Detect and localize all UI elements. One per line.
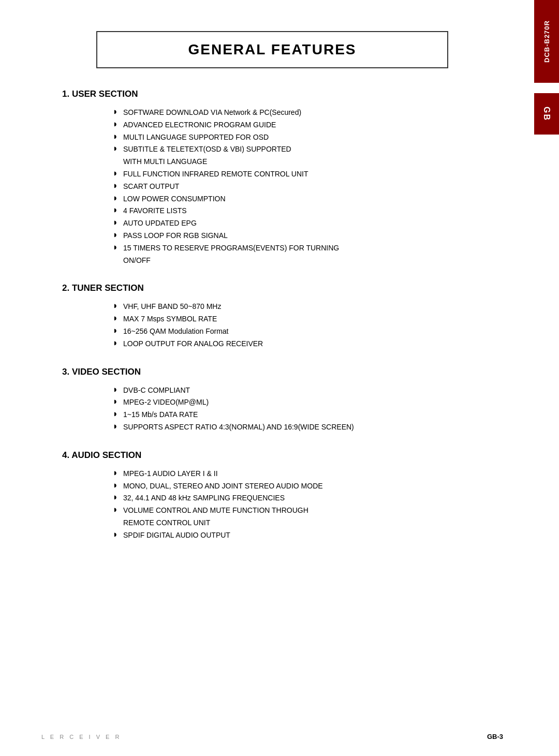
sections-container: 1. USER SECTIONSOFTWARE DOWNLOAD VIA Net… xyxy=(41,89,503,542)
user-section: 1. USER SECTIONSOFTWARE DOWNLOAD VIA Net… xyxy=(41,89,503,266)
list-item: 32, 44.1 AND 48 kHz SAMPLING FREQUENCIES xyxy=(114,492,503,505)
list-item: MULTI LANGUAGE SUPPORTED FOR OSD xyxy=(114,131,503,144)
title-box: GENERAL FEATURES xyxy=(96,31,448,68)
sidebar-lang-label: GB xyxy=(534,93,559,135)
footer-left: L E R C E I V E R xyxy=(41,734,121,740)
list-item: SUPPORTS ASPECT RATIO 4:3(NORMAL) AND 16… xyxy=(114,421,503,434)
list-item: SCART OUTPUT xyxy=(114,181,503,193)
list-item: 4 FAVORITE LISTS xyxy=(114,205,503,217)
list-item: 1~15 Mb/s DATA RATE xyxy=(114,409,503,421)
list-item: 15 TIMERS TO RESERVE PROGRAMS(EVENTS) FO… xyxy=(114,242,503,267)
list-item: 16~256 QAM Modulation Format xyxy=(114,325,503,338)
audio-section-list: MPEG-1 AUDIO LAYER I & IIMONO, DUAL, STE… xyxy=(114,468,503,542)
list-item: VOLUME CONTROL AND MUTE FUNCTION THROUGH… xyxy=(114,505,503,529)
audio-section-header: 4. AUDIO SECTION xyxy=(62,450,503,461)
audio-section: 4. AUDIO SECTIONMPEG-1 AUDIO LAYER I & I… xyxy=(41,450,503,542)
list-item: SPDIF DIGITAL AUDIO OUTPUT xyxy=(114,529,503,542)
list-item: MONO, DUAL, STEREO AND JOINT STEREO AUDI… xyxy=(114,480,503,493)
video-section-list: DVB-C COMPLIANTMPEG-2 VIDEO(MP@ML)1~15 M… xyxy=(114,384,503,434)
main-content: GENERAL FEATURES 1. USER SECTIONSOFTWARE… xyxy=(0,0,534,756)
user-section-list: SOFTWARE DOWNLOAD VIA Network & PC(Secur… xyxy=(114,107,503,266)
tuner-section: 2. TUNER SECTIONVHF, UHF BAND 50~870 MHz… xyxy=(41,283,503,350)
list-item: AUTO UPDATED EPG xyxy=(114,217,503,230)
list-item: SOFTWARE DOWNLOAD VIA Network & PC(Secur… xyxy=(114,107,503,119)
list-item: MPEG-1 AUDIO LAYER I & II xyxy=(114,468,503,480)
list-item: DVB-C COMPLIANT xyxy=(114,384,503,397)
list-item: MAX 7 Msps SYMBOL RATE xyxy=(114,313,503,325)
video-section-header: 3. VIDEO SECTION xyxy=(62,367,503,377)
sidebar-tab: DCB-B270R GB xyxy=(534,0,559,756)
page-title: GENERAL FEATURES xyxy=(118,41,426,58)
footer: L E R C E I V E R GB-3 xyxy=(41,733,503,740)
tuner-section-header: 2. TUNER SECTION xyxy=(62,283,503,293)
list-item: MPEG-2 VIDEO(MP@ML) xyxy=(114,396,503,409)
video-section: 3. VIDEO SECTIONDVB-C COMPLIANTMPEG-2 VI… xyxy=(41,367,503,434)
page-container: DCB-B270R GB GENERAL FEATURES 1. USER SE… xyxy=(0,0,559,756)
list-item: LOW POWER CONSUMPTION xyxy=(114,193,503,205)
list-item: SUBTITLE & TELETEXT(OSD & VBI) SUPPORTED… xyxy=(114,143,503,168)
footer-right: GB-3 xyxy=(487,733,503,740)
list-item: PASS LOOP FOR RGB SIGNAL xyxy=(114,230,503,242)
list-item: LOOP OUTPUT FOR ANALOG RECEIVER xyxy=(114,338,503,350)
user-section-header: 1. USER SECTION xyxy=(62,89,503,99)
sidebar-model-label: DCB-B270R xyxy=(534,0,559,83)
list-item: FULL FUNCTION INFRARED REMOTE CONTROL UN… xyxy=(114,168,503,181)
tuner-section-list: VHF, UHF BAND 50~870 MHzMAX 7 Msps SYMBO… xyxy=(114,301,503,350)
list-item: ADVANCED ELECTRONIC PROGRAM GUIDE xyxy=(114,119,503,131)
list-item: VHF, UHF BAND 50~870 MHz xyxy=(114,301,503,313)
